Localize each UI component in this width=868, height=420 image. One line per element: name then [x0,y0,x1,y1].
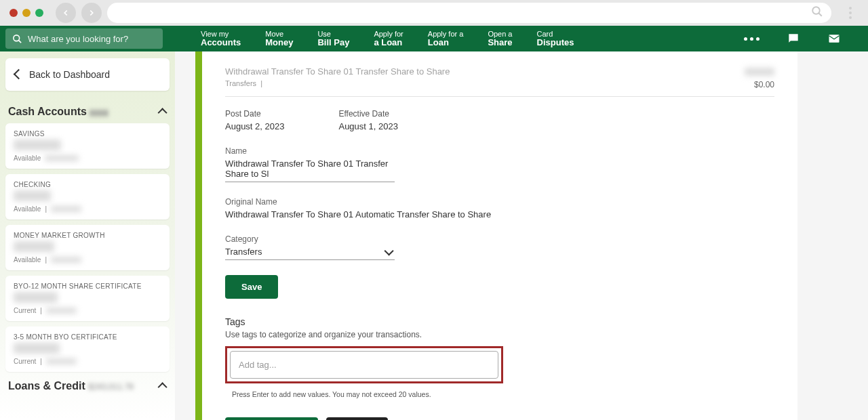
save-button[interactable]: Save [225,275,278,299]
account-card-byo12[interactable]: BYO-12 MONTH SHARE CERTIFICATE Current| [5,276,170,321]
svg-point-2 [14,35,20,41]
sidebar: Back to Dashboard Cash Accounts ▮▮▮▮ SAV… [0,51,175,420]
save-changes-button[interactable]: Save Changes [225,417,318,420]
svg-rect-4 [829,35,840,43]
window-traffic-lights [9,9,43,17]
tags-section: Tags Use tags to categorize and organize… [225,316,774,398]
browser-forward-button[interactable] [81,3,102,23]
green-strip [195,51,202,420]
tags-input[interactable] [230,351,498,379]
chevron-up-icon [160,106,167,118]
nav-line2: Accounts [201,38,241,47]
tags-helper: Use tags to categorize and organize your… [225,330,774,339]
search-icon [12,34,22,44]
original-name-value: Withdrawal Transfer To Share 01 Automati… [225,209,774,219]
name-input[interactable]: Withdrawal Transfer To Share 01 Transfer… [225,159,395,182]
chevron-down-icon [387,245,393,255]
window-minimize-icon[interactable] [22,9,31,17]
back-label: Back to Dashboard [29,69,110,80]
original-name-field: Original Name Withdrawal Transfer To Sha… [225,197,774,219]
window-close-icon[interactable] [9,9,18,17]
account-card-checking[interactable]: CHECKING Available| [5,174,170,219]
window-maximize-icon[interactable] [35,9,43,17]
sidebar-section-cash[interactable]: Cash Accounts ▮▮▮▮ [5,106,170,123]
effective-date-block: Effective Date August 1, 2023 [338,109,397,131]
nav-item-disputes[interactable]: Card Disputes [525,26,587,51]
category-select[interactable]: Transfers [225,247,395,260]
transaction-title: Withdrawal Transfer To Share 01 Transfer… [225,66,450,77]
category-field: Category Transfers [225,234,774,260]
account-card-savings[interactable]: SAVINGS Available [5,123,170,169]
nav-item-bill-pay[interactable]: Use Bill Pay [305,26,361,51]
transaction-header: Withdrawal Transfer To Share 01 Transfer… [225,66,774,97]
arrow-left-icon [15,69,22,80]
post-date-block: Post Date August 2, 2023 [225,109,284,131]
search-icon [811,5,823,20]
balance-after: $0.00 [745,80,774,89]
global-search-input[interactable] [28,34,156,44]
svg-point-0 [812,7,820,14]
sidebar-section-loans[interactable]: Loans & Credit $243,011.78 [5,380,170,398]
back-to-dashboard-button[interactable]: Back to Dashboard [5,58,170,91]
cancel-button[interactable]: Cancel [326,417,388,420]
top-nav: View my Accounts Move Money Use Bill Pay… [0,26,868,51]
browser-back-button[interactable] [56,3,76,23]
nav-item-move-money[interactable]: Move Money [253,26,305,51]
svg-line-3 [18,40,21,43]
more-menu-icon[interactable] [744,37,760,41]
browser-chrome [0,0,868,26]
nav-item-open-share[interactable]: Open a Share [475,26,524,51]
nav-right [744,26,868,51]
nav-item-accounts[interactable]: View my Accounts [189,26,253,51]
browser-url-bar[interactable] [107,3,831,23]
svg-line-1 [818,13,822,16]
name-field: Name Withdrawal Transfer To Share 01 Tra… [225,146,774,182]
chevron-up-icon [160,380,167,392]
nav-item-loan[interactable]: Apply for a Loan [416,26,476,51]
transaction-detail-panel: Withdrawal Transfer To Share 01 Transfer… [202,51,797,420]
nav-item-a-loan[interactable]: Apply for a Loan [361,26,415,51]
global-search[interactable] [5,28,163,49]
chat-icon[interactable] [787,32,800,45]
account-card-money-market[interactable]: MONEY MARKET GROWTH Available| [5,225,170,270]
transaction-meta: Transfers | [225,79,450,87]
tags-highlight-wrap [225,346,503,383]
nav-items: View my Accounts Move Money Use Bill Pay… [167,26,744,51]
dates-row: Post Date August 2, 2023 Effective Date … [225,109,774,131]
tags-title: Tags [225,316,774,327]
tags-note: Press Enter to add new values. You may n… [232,390,774,398]
account-card-byo35[interactable]: 3-5 MONTH BYO CERTIFICATE Current| [5,327,170,372]
main-area: Wednesday, Aug 02 Withdrawal Transfer To… [175,51,868,420]
action-row: Save Changes Cancel [225,417,774,420]
mail-icon[interactable] [827,32,841,45]
browser-menu-button[interactable] [842,7,859,19]
